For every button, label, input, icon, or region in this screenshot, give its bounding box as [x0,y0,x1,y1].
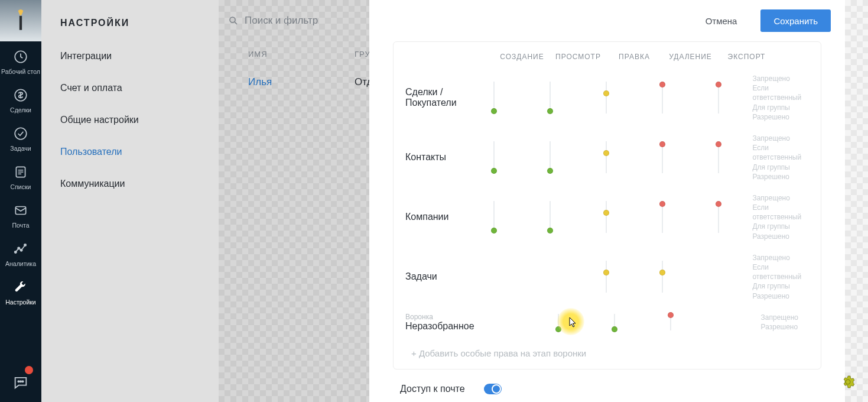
svg-point-9 [24,244,26,246]
permission-label: Компании [405,212,466,222]
permission-legend: ЗапрещеноЕсли ответственныйДля группыРаз… [752,193,809,241]
permission-label: Контакты [405,152,466,163]
permission-legend: ЗапрещеноЕсли ответственныйДля группыРаз… [752,134,809,181]
chart-icon [12,240,30,258]
permission-slider[interactable] [547,82,554,114]
permissions-header: СОЗДАНИЕ ПРОСМОТР ПРАВКА УДАЛЕНИЕ ЭКСПОР… [394,42,821,68]
nav-label: Задачи [10,145,31,152]
settings-item-general[interactable]: Общие настройки [41,104,219,136]
check-icon [12,125,30,142]
svg-point-7 [18,247,19,249]
permission-slider[interactable] [547,141,554,173]
toggle-mail-label: Доступ к почте [400,384,471,394]
permissions-card: СОЗДАНИЕ ПРОСМОТР ПРАВКА УДАЛЕНИЕ ЭКСПОР… [393,41,821,369]
add-pipeline-permissions[interactable]: + Добавить особые права на этап воронки [394,338,821,369]
toggle-mail[interactable] [484,384,502,394]
chat-icon [12,374,30,391]
settings-item-integrations[interactable]: Интеграции [41,40,219,72]
permission-slider[interactable] [659,141,666,173]
nav-label: Аналитика [5,260,36,267]
permission-slider[interactable] [611,314,618,330]
save-button[interactable]: Сохранить [760,9,831,32]
settings-item-communications[interactable]: Коммуникации [41,168,219,200]
permission-row: КомпанииЗапрещеноЕсли ответственныйДля г… [394,187,821,247]
permission-slider[interactable] [603,201,610,233]
col-edit: ПРАВКА [606,53,662,61]
svg-point-10 [18,381,19,382]
cursor-icon [569,317,577,328]
nav-rail: Рабочий стол Сделки Задачи Списки Почта … [0,0,41,402]
permission-legend: ЗапрещеноЕсли ответственныйДля группыРаз… [752,74,809,122]
permission-row: Сделки / ПокупателиЗапрещеноЕсли ответст… [394,68,821,128]
nav-mail[interactable]: Почта [0,195,41,234]
permission-slider[interactable] [659,201,666,233]
nav-analytics[interactable]: Аналитика [0,234,41,272]
permission-legend: ЗапрещеноЕсли ответственныйДля группыРаз… [752,253,809,301]
permission-legend: ЗапрещеноРазрешено [761,313,809,332]
permission-slider[interactable] [490,141,498,173]
permission-slider[interactable] [715,82,722,114]
svg-point-11 [20,381,21,382]
nav-label: Списки [11,183,31,190]
nav-label: Почта [12,222,29,229]
permission-label: Задачи [405,271,466,282]
svg-point-8 [20,249,22,251]
nav-label: Настройки [5,299,36,306]
chat-badge [25,366,33,374]
col-export: ЭКСПОРТ [719,53,775,61]
nav-tasks[interactable]: Задачи [0,118,41,157]
gear-icon[interactable] [840,374,856,390]
col-create: СОЗДАНИЕ [494,53,550,61]
wrench-icon [12,278,30,296]
permission-label: ВоронкаНеразобранное [405,313,474,332]
col-view: ПРОСМОТР [550,53,606,61]
logo [0,0,41,41]
nav-dashboard[interactable]: Рабочий стол [0,41,41,80]
nav-label: Рабочий стол [1,68,40,75]
svg-point-3 [15,128,27,140]
permissions-panel: Отмена Сохранить СОЗДАНИЕ ПРОСМОТР ПРАВК… [369,0,845,402]
permission-slider[interactable] [603,141,610,173]
settings-title: НАСТРОЙКИ [41,0,219,40]
list-icon [12,163,30,181]
cancel-button[interactable]: Отмена [693,9,750,32]
permission-slider[interactable] [603,261,610,293]
permission-slider[interactable] [547,201,554,233]
col-delete: УДАЛЕНИЕ [662,53,719,61]
permission-slider[interactable] [715,201,722,233]
nav-label: Сделки [10,106,31,114]
dashboard-icon [12,48,30,66]
nav-deals[interactable]: Сделки [0,80,41,118]
permission-slider[interactable] [659,261,666,293]
permission-row: КонтактыЗапрещеноЕсли ответственныйДля г… [394,128,821,187]
nav-chat[interactable] [0,367,41,396]
svg-point-12 [22,381,23,382]
permission-supertitle: Воронка [405,313,474,321]
mail-icon [12,202,30,219]
svg-point-6 [15,251,17,253]
permission-slider[interactable] [490,82,498,114]
svg-rect-5 [15,207,25,215]
permission-slider[interactable] [667,314,674,330]
permission-label: Сделки / Покупатели [405,87,466,108]
permission-row: ЗадачиЗапрещеноЕсли ответственныйДля гру… [394,247,821,307]
dollar-icon [12,86,30,104]
permission-row: ВоронкаНеразобранноеЗапрещеноРазрешено [394,307,821,338]
permission-slider[interactable] [715,141,722,173]
settings-item-billing[interactable]: Счет и оплата [41,72,219,104]
svg-rect-0 [19,15,22,30]
permission-slider[interactable] [659,82,666,114]
permission-slider[interactable] [490,201,498,233]
permission-slider[interactable] [603,82,610,114]
nav-lists[interactable]: Списки [0,157,41,195]
settings-item-users[interactable]: Пользователи [41,136,219,168]
settings-sidebar: НАСТРОЙКИ Интеграции Счет и оплата Общие… [41,0,219,402]
nav-settings[interactable]: Настройки [0,272,41,310]
